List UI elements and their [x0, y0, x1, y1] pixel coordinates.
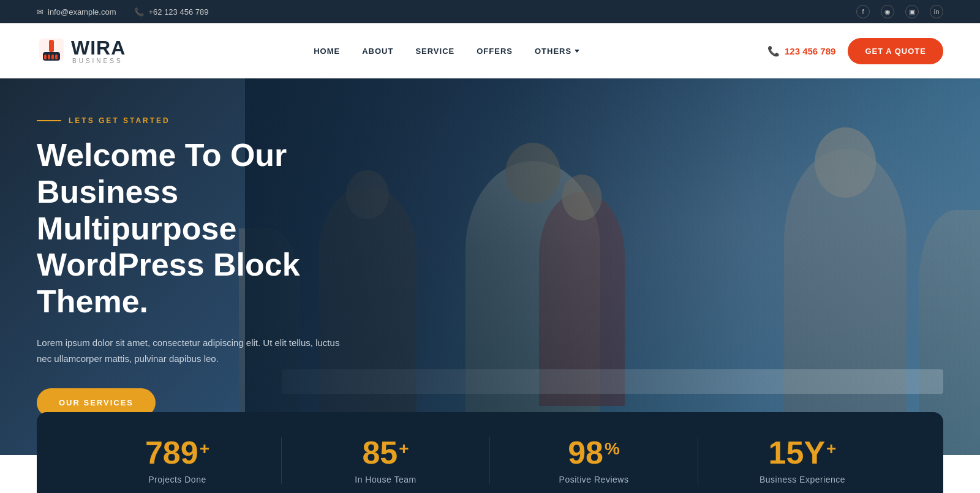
phone-item: 📞 +62 123 456 789	[134, 7, 208, 17]
logo-name: WIRA	[71, 38, 126, 58]
stat-experience-suffix: +	[826, 440, 836, 457]
hero-section: LETS GET STARTED Welcome To Our Business…	[0, 78, 980, 455]
header-phone[interactable]: 📞 123 456 789	[767, 45, 835, 57]
header: WIRA BUSINESS HOME ABOUT SERVICE OFFERS …	[0, 23, 980, 78]
phone-icon: 📞	[134, 7, 144, 17]
nav-others-dropdown[interactable]: OTHERS	[535, 47, 579, 56]
svg-rect-5	[51, 55, 54, 59]
email-item: ✉ info@example.com	[37, 7, 116, 17]
stat-team-value: 85 +	[362, 437, 409, 469]
stat-reviews-label: Positive Reviews	[559, 475, 629, 484]
logo-icon	[37, 35, 66, 67]
stat-team: 85 + In House Team	[282, 437, 490, 484]
stat-team-number: 85	[362, 437, 398, 469]
stat-experience: 15Y + Business Experience	[698, 437, 907, 484]
instagram-symbol: ▣	[909, 8, 915, 16]
stat-reviews-number: 98	[568, 437, 603, 469]
stat-projects-suffix: +	[200, 440, 209, 457]
stat-team-suffix: +	[399, 440, 409, 457]
phone-text: +62 123 456 789	[148, 7, 208, 17]
hero-description: Lorem ipsum dolor sit amet, consectetur …	[37, 335, 355, 366]
top-bar: ✉ info@example.com 📞 +62 123 456 789 f ◉…	[0, 0, 980, 23]
dribbble-icon[interactable]: ◉	[881, 5, 894, 18]
hero-title: Welcome To Our Business Multipurpose Wor…	[37, 137, 355, 320]
nav-about[interactable]: ABOUT	[362, 47, 393, 56]
stat-projects-number: 789	[145, 437, 198, 469]
chevron-down-icon	[575, 50, 579, 53]
svg-rect-1	[49, 40, 54, 52]
nav-home[interactable]: HOME	[314, 47, 340, 56]
top-bar-contact: ✉ info@example.com 📞 +62 123 456 789	[37, 7, 208, 17]
email-text: info@example.com	[48, 7, 116, 17]
logo[interactable]: WIRA BUSINESS	[37, 35, 126, 67]
svg-rect-3	[44, 55, 47, 59]
facebook-icon[interactable]: f	[856, 5, 870, 18]
logo-text: WIRA BUSINESS	[71, 38, 126, 64]
instagram-icon[interactable]: ▣	[905, 5, 919, 18]
get-quote-button[interactable]: GET A QUOTE	[848, 38, 943, 64]
eyebrow-line	[37, 120, 61, 121]
nav-service[interactable]: SERVICE	[415, 47, 454, 56]
stat-reviews: 98 % Positive Reviews	[490, 437, 698, 484]
dribbble-symbol: ◉	[884, 8, 891, 16]
header-phone-number: 123 456 789	[785, 46, 835, 56]
main-nav: HOME ABOUT SERVICE OFFERS OTHERS	[314, 47, 579, 56]
nav-others-label: OTHERS	[535, 47, 571, 56]
stat-reviews-value: 98 %	[568, 437, 620, 469]
phone-call-icon: 📞	[767, 45, 780, 57]
logo-sub: BUSINESS	[72, 58, 126, 64]
stat-experience-value: 15Y +	[769, 437, 837, 469]
stat-reviews-suffix: %	[605, 440, 620, 457]
stat-projects-value: 789 +	[145, 437, 209, 469]
stat-projects: 789 + Projects Done	[74, 437, 282, 484]
svg-rect-4	[48, 55, 50, 59]
hero-content: LETS GET STARTED Welcome To Our Business…	[0, 78, 392, 455]
svg-rect-6	[55, 55, 58, 59]
stat-projects-label: Projects Done	[148, 475, 206, 484]
nav-offers[interactable]: OFFERS	[477, 47, 513, 56]
linkedin-letter: in	[934, 8, 940, 15]
eyebrow-text: LETS GET STARTED	[69, 116, 170, 125]
hero-eyebrow: LETS GET STARTED	[37, 116, 355, 125]
stat-team-label: In House Team	[355, 475, 416, 484]
social-links: f ◉ ▣ in	[856, 5, 943, 18]
stat-experience-number: 15Y	[769, 437, 826, 469]
facebook-letter: f	[862, 8, 864, 15]
header-right: 📞 123 456 789 GET A QUOTE	[767, 38, 943, 64]
linkedin-icon[interactable]: in	[930, 5, 943, 18]
email-icon: ✉	[37, 7, 43, 17]
stats-bar: 789 + Projects Done 85 + In House Team 9…	[37, 412, 943, 493]
stat-experience-label: Business Experience	[760, 475, 845, 484]
